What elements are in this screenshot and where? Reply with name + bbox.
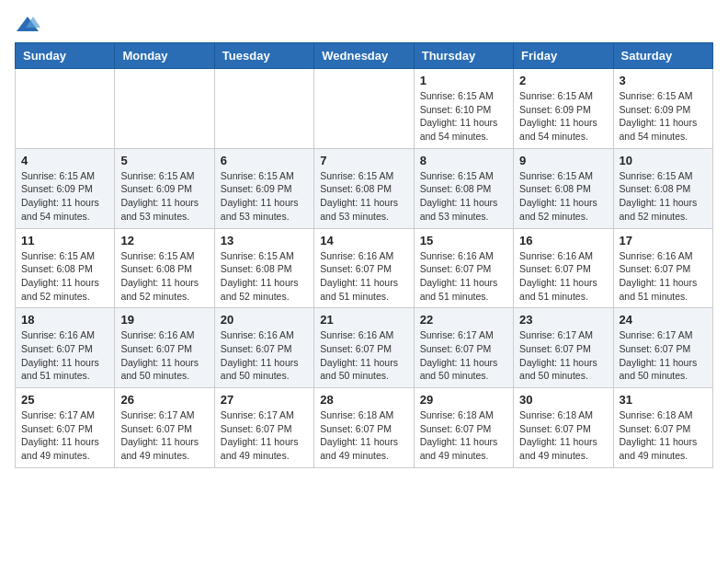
calendar-table: SundayMondayTuesdayWednesdayThursdayFrid… bbox=[15, 42, 713, 468]
day-number: 4 bbox=[21, 154, 108, 167]
calendar-week-5: 25Sunrise: 6:17 AM Sunset: 6:07 PM Dayli… bbox=[16, 388, 713, 468]
calendar-cell: 3Sunrise: 6:15 AM Sunset: 6:09 PM Daylig… bbox=[613, 69, 712, 149]
calendar-cell: 9Sunrise: 6:15 AM Sunset: 6:08 PM Daylig… bbox=[514, 148, 613, 228]
day-info: Sunrise: 6:18 AM Sunset: 6:07 PM Dayligh… bbox=[519, 408, 607, 463]
day-info: Sunrise: 6:16 AM Sunset: 6:07 PM Dayligh… bbox=[519, 249, 607, 304]
calendar-cell: 28Sunrise: 6:18 AM Sunset: 6:07 PM Dayli… bbox=[314, 388, 414, 468]
weekday-header-monday: Monday bbox=[115, 43, 214, 69]
calendar-cell: 15Sunrise: 6:16 AM Sunset: 6:07 PM Dayli… bbox=[414, 228, 513, 308]
calendar-cell: 8Sunrise: 6:15 AM Sunset: 6:08 PM Daylig… bbox=[414, 148, 513, 228]
calendar-week-1: 1Sunrise: 6:15 AM Sunset: 6:10 PM Daylig… bbox=[16, 69, 713, 149]
day-info: Sunrise: 6:16 AM Sunset: 6:07 PM Dayligh… bbox=[320, 249, 407, 304]
day-info: Sunrise: 6:15 AM Sunset: 6:09 PM Dayligh… bbox=[620, 89, 707, 144]
calendar-cell: 2Sunrise: 6:15 AM Sunset: 6:09 PM Daylig… bbox=[514, 69, 613, 149]
logo-icon bbox=[15, 15, 40, 35]
day-info: Sunrise: 6:16 AM Sunset: 6:07 PM Dayligh… bbox=[620, 249, 707, 304]
day-info: Sunrise: 6:18 AM Sunset: 6:07 PM Dayligh… bbox=[320, 408, 407, 463]
day-number: 12 bbox=[120, 234, 208, 247]
weekday-header-saturday: Saturday bbox=[613, 43, 712, 69]
day-number: 24 bbox=[620, 313, 707, 327]
calendar-cell: 7Sunrise: 6:15 AM Sunset: 6:08 PM Daylig… bbox=[314, 148, 414, 228]
day-info: Sunrise: 6:15 AM Sunset: 6:09 PM Dayligh… bbox=[21, 169, 108, 224]
calendar-cell: 29Sunrise: 6:18 AM Sunset: 6:07 PM Dayli… bbox=[414, 388, 513, 468]
day-info: Sunrise: 6:15 AM Sunset: 6:08 PM Dayligh… bbox=[320, 169, 407, 224]
weekday-header-tuesday: Tuesday bbox=[214, 43, 313, 69]
calendar-cell: 11Sunrise: 6:15 AM Sunset: 6:08 PM Dayli… bbox=[16, 228, 115, 308]
calendar-cell: 12Sunrise: 6:15 AM Sunset: 6:08 PM Dayli… bbox=[115, 228, 214, 308]
day-info: Sunrise: 6:15 AM Sunset: 6:09 PM Dayligh… bbox=[221, 169, 308, 224]
day-number: 25 bbox=[21, 393, 108, 407]
day-number: 5 bbox=[120, 154, 208, 167]
day-number: 29 bbox=[420, 393, 507, 407]
day-info: Sunrise: 6:16 AM Sunset: 6:07 PM Dayligh… bbox=[120, 328, 208, 383]
day-info: Sunrise: 6:17 AM Sunset: 6:07 PM Dayligh… bbox=[519, 328, 607, 383]
day-info: Sunrise: 6:17 AM Sunset: 6:07 PM Dayligh… bbox=[21, 408, 108, 463]
day-info: Sunrise: 6:16 AM Sunset: 6:07 PM Dayligh… bbox=[21, 328, 108, 383]
calendar-header-row: SundayMondayTuesdayWednesdayThursdayFrid… bbox=[16, 43, 713, 69]
logo bbox=[15, 15, 44, 35]
day-number: 30 bbox=[519, 393, 607, 407]
weekday-header-friday: Friday bbox=[514, 43, 613, 69]
calendar-cell: 21Sunrise: 6:16 AM Sunset: 6:07 PM Dayli… bbox=[314, 308, 414, 388]
day-info: Sunrise: 6:17 AM Sunset: 6:07 PM Dayligh… bbox=[120, 408, 208, 463]
day-number: 10 bbox=[620, 154, 707, 167]
calendar-cell: 18Sunrise: 6:16 AM Sunset: 6:07 PM Dayli… bbox=[16, 308, 115, 388]
calendar-cell: 25Sunrise: 6:17 AM Sunset: 6:07 PM Dayli… bbox=[16, 388, 115, 468]
day-info: Sunrise: 6:18 AM Sunset: 6:07 PM Dayligh… bbox=[620, 408, 707, 463]
day-info: Sunrise: 6:16 AM Sunset: 6:07 PM Dayligh… bbox=[420, 249, 507, 304]
calendar-cell: 14Sunrise: 6:16 AM Sunset: 6:07 PM Dayli… bbox=[314, 228, 414, 308]
day-info: Sunrise: 6:16 AM Sunset: 6:07 PM Dayligh… bbox=[221, 328, 308, 383]
calendar-cell: 20Sunrise: 6:16 AM Sunset: 6:07 PM Dayli… bbox=[214, 308, 313, 388]
day-number: 19 bbox=[120, 313, 208, 327]
calendar-cell: 10Sunrise: 6:15 AM Sunset: 6:08 PM Dayli… bbox=[613, 148, 712, 228]
calendar-week-3: 11Sunrise: 6:15 AM Sunset: 6:08 PM Dayli… bbox=[16, 228, 713, 308]
calendar-body: 1Sunrise: 6:15 AM Sunset: 6:10 PM Daylig… bbox=[16, 69, 713, 468]
day-number: 31 bbox=[620, 393, 707, 407]
calendar-cell: 27Sunrise: 6:17 AM Sunset: 6:07 PM Dayli… bbox=[214, 388, 313, 468]
day-number: 28 bbox=[320, 393, 407, 407]
calendar-cell: 6Sunrise: 6:15 AM Sunset: 6:09 PM Daylig… bbox=[214, 148, 313, 228]
day-number: 22 bbox=[420, 313, 507, 327]
day-number: 13 bbox=[221, 234, 308, 247]
day-info: Sunrise: 6:17 AM Sunset: 6:07 PM Dayligh… bbox=[221, 408, 308, 463]
day-number: 11 bbox=[21, 234, 108, 247]
day-info: Sunrise: 6:15 AM Sunset: 6:08 PM Dayligh… bbox=[420, 169, 507, 224]
day-number: 14 bbox=[320, 234, 407, 247]
day-info: Sunrise: 6:15 AM Sunset: 6:09 PM Dayligh… bbox=[519, 89, 607, 144]
calendar-cell: 13Sunrise: 6:15 AM Sunset: 6:08 PM Dayli… bbox=[214, 228, 313, 308]
day-info: Sunrise: 6:15 AM Sunset: 6:08 PM Dayligh… bbox=[21, 249, 108, 304]
weekday-header-thursday: Thursday bbox=[414, 43, 513, 69]
calendar-cell bbox=[115, 69, 214, 149]
day-number: 15 bbox=[420, 234, 507, 247]
calendar-cell: 17Sunrise: 6:16 AM Sunset: 6:07 PM Dayli… bbox=[613, 228, 712, 308]
calendar-cell bbox=[16, 69, 115, 149]
day-info: Sunrise: 6:15 AM Sunset: 6:09 PM Dayligh… bbox=[120, 169, 208, 224]
day-info: Sunrise: 6:18 AM Sunset: 6:07 PM Dayligh… bbox=[420, 408, 507, 463]
day-number: 21 bbox=[320, 313, 407, 327]
calendar-cell: 26Sunrise: 6:17 AM Sunset: 6:07 PM Dayli… bbox=[115, 388, 214, 468]
weekday-header-sunday: Sunday bbox=[16, 43, 115, 69]
day-number: 9 bbox=[519, 154, 607, 167]
day-number: 2 bbox=[519, 74, 607, 87]
day-number: 8 bbox=[420, 154, 507, 167]
day-number: 7 bbox=[320, 154, 407, 167]
day-number: 26 bbox=[120, 393, 208, 407]
day-info: Sunrise: 6:15 AM Sunset: 6:08 PM Dayligh… bbox=[519, 169, 607, 224]
page-header bbox=[15, 15, 713, 35]
calendar-cell: 24Sunrise: 6:17 AM Sunset: 6:07 PM Dayli… bbox=[613, 308, 712, 388]
weekday-header-wednesday: Wednesday bbox=[314, 43, 414, 69]
day-info: Sunrise: 6:15 AM Sunset: 6:08 PM Dayligh… bbox=[620, 169, 707, 224]
calendar-cell: 19Sunrise: 6:16 AM Sunset: 6:07 PM Dayli… bbox=[115, 308, 214, 388]
day-number: 1 bbox=[420, 74, 507, 87]
day-info: Sunrise: 6:16 AM Sunset: 6:07 PM Dayligh… bbox=[320, 328, 407, 383]
calendar-cell: 22Sunrise: 6:17 AM Sunset: 6:07 PM Dayli… bbox=[414, 308, 513, 388]
day-info: Sunrise: 6:17 AM Sunset: 6:07 PM Dayligh… bbox=[420, 328, 507, 383]
calendar-cell: 30Sunrise: 6:18 AM Sunset: 6:07 PM Dayli… bbox=[514, 388, 613, 468]
day-number: 17 bbox=[620, 234, 707, 247]
day-number: 16 bbox=[519, 234, 607, 247]
calendar-cell: 1Sunrise: 6:15 AM Sunset: 6:10 PM Daylig… bbox=[414, 69, 513, 149]
day-number: 18 bbox=[21, 313, 108, 327]
calendar-cell bbox=[214, 69, 313, 149]
day-number: 23 bbox=[519, 313, 607, 327]
day-number: 3 bbox=[620, 74, 707, 87]
